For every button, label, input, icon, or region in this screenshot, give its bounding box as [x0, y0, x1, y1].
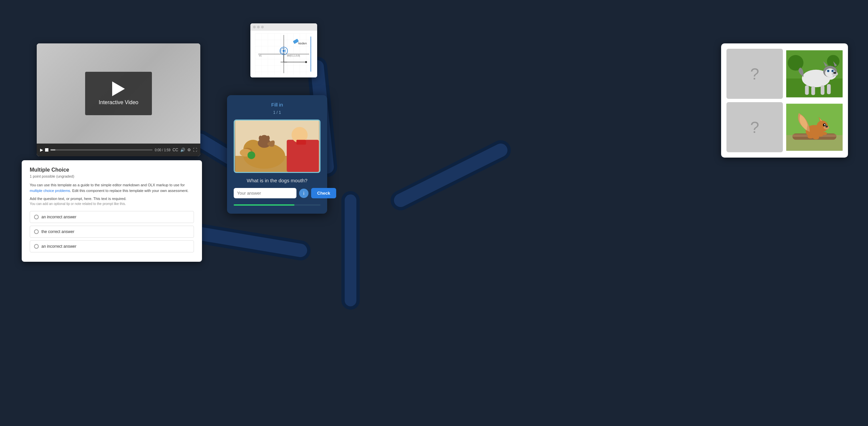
mc-option-text-2: the correct answer — [41, 230, 74, 234]
svg-point-38 — [259, 135, 262, 141]
fillin-check-button[interactable]: Check — [311, 188, 336, 198]
titlebar-dot-2 — [257, 26, 260, 28]
mc-link[interactable]: multiple choice problems — [30, 189, 70, 193]
svg-rect-57 — [805, 86, 809, 95]
mc-title: Multiple Choice — [30, 167, 194, 173]
svg-point-35 — [247, 151, 255, 159]
settings-icon[interactable]: ⚙ — [187, 148, 191, 152]
video-control-icons: CC 🔊 ⚙ ⛶ — [173, 148, 197, 152]
fillin-counter: 1 / 1 — [234, 110, 320, 115]
video-card: Interactive Video ▶ 0:00 / 1:59 CC 🔊 ⚙ ⛶ — [37, 43, 200, 156]
fullscreen-icon[interactable]: ⛶ — [193, 148, 197, 152]
titlebar-dot-1 — [253, 26, 256, 28]
nodea-label: NodeA — [298, 42, 307, 45]
svg-rect-60 — [827, 84, 831, 94]
mc-subtitle: 1 point possible (ungraded) — [30, 174, 194, 178]
svg-text:sin(0,1,1,0,0): sin(0,1,1,0,0) — [287, 54, 300, 57]
mc-option-1[interactable]: an incorrect answer — [30, 211, 194, 223]
circuit-diagram: NodeA v1 sin(0,1,1,0,0) — [253, 33, 314, 75]
mc-option-2[interactable]: the correct answer — [30, 226, 194, 238]
svg-point-19 — [305, 61, 307, 63]
image-cell-1: ? — [726, 49, 783, 99]
fillin-progress-bar — [234, 204, 320, 206]
fillin-question: What is in the dogs mouth? — [234, 178, 320, 183]
svg-point-54 — [833, 72, 836, 74]
svg-point-74 — [818, 133, 823, 136]
cc-icon[interactable]: CC — [173, 148, 178, 152]
multiple-choice-card: Multiple Choice 1 point possible (ungrad… — [22, 160, 202, 262]
volume-icon[interactable]: 🔊 — [180, 148, 185, 152]
image-placeholder-1: ? — [726, 49, 783, 99]
fillin-input-row: i Check — [234, 188, 320, 198]
time-display: 0:00 / 1:59 — [155, 148, 170, 152]
svg-point-72 — [825, 125, 828, 127]
image-placeholder-2: ? — [726, 102, 783, 152]
video-progress-fill — [51, 149, 55, 151]
mc-prompt: Add the question text, or prompt, here. … — [30, 196, 194, 201]
image-cell-4 — [786, 102, 843, 152]
fillin-title: Fill in — [234, 102, 320, 108]
titlebar-dot-3 — [261, 26, 264, 28]
svg-line-6 — [401, 150, 501, 200]
mc-option-3[interactable]: an incorrect answer — [30, 240, 194, 252]
mc-option-text-3: an incorrect answer — [41, 244, 76, 249]
svg-rect-59 — [820, 86, 824, 95]
svg-point-75 — [808, 135, 814, 139]
video-title: Interactive Video — [99, 99, 138, 105]
svg-rect-40 — [297, 140, 306, 145]
mc-radio-3 — [34, 244, 39, 249]
fillin-image — [234, 120, 320, 173]
svg-line-3 — [200, 234, 301, 250]
stop-button[interactable] — [45, 148, 49, 152]
fillin-answer-input[interactable] — [234, 188, 297, 198]
graph-card: NodeA v1 sin(0,1,1,0,0) — [250, 23, 317, 78]
mc-radio-1 — [34, 215, 39, 219]
play-pause-button[interactable]: ▶ — [40, 148, 43, 152]
fillin-progress-fill — [234, 204, 294, 206]
video-progress-bar[interactable] — [51, 149, 153, 151]
play-icon[interactable] — [112, 82, 125, 96]
svg-point-39 — [267, 135, 270, 141]
mc-description: You can use this template as a guide to … — [30, 182, 194, 193]
husky-photo — [786, 49, 843, 99]
svg-point-44 — [827, 55, 840, 68]
video-controls: ▶ 0:00 / 1:59 CC 🔊 ⚙ ⛶ — [37, 144, 200, 156]
svg-point-68 — [824, 124, 826, 125]
svg-point-76 — [813, 135, 819, 139]
fillin-card: Fill in 1 / 1 What — [227, 95, 327, 214]
image-match-card: ? — [721, 43, 848, 158]
graph-content: NodeA v1 sin(0,1,1,0,0) — [250, 31, 317, 78]
image-cell-3: ? — [726, 102, 783, 152]
svg-text:v1: v1 — [259, 54, 262, 57]
squirrel-photo — [786, 102, 843, 152]
svg-line-7 — [401, 150, 501, 200]
mc-radio-2 — [34, 230, 39, 234]
fillin-info-button[interactable]: i — [299, 189, 308, 198]
video-center-box: Interactive Video — [85, 72, 152, 115]
svg-line-2 — [200, 234, 301, 250]
dog-squirrel-image — [235, 121, 319, 172]
image-cell-2 — [786, 49, 843, 99]
svg-point-52 — [832, 70, 833, 72]
graph-titlebar — [250, 23, 317, 31]
svg-point-51 — [828, 70, 829, 72]
video-thumbnail: Interactive Video — [37, 43, 200, 144]
mc-note: You can add an optional tip or note rela… — [30, 202, 194, 206]
svg-rect-58 — [811, 87, 815, 95]
mc-option-text-1: an incorrect answer — [41, 215, 76, 219]
